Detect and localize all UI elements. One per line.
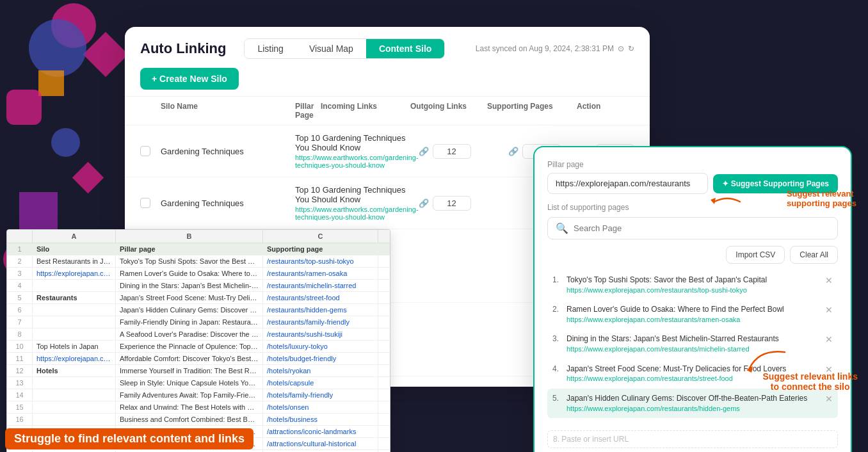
pillar-page-label: Pillar page [547, 160, 838, 169]
item-num: 2. [552, 304, 563, 315]
spreadsheet-row: 4 Dining in the Stars: Japan's Best Mich… [7, 280, 390, 292]
spreadsheet-row: 12 Hotels Immerse Yourself in Tradition:… [7, 365, 390, 377]
cell-silo: Silo [33, 243, 116, 255]
refresh-icon[interactable]: ↻ [628, 44, 634, 53]
col-c: B [116, 230, 263, 243]
item-url: https://www.explorejapan.com/restaurants… [567, 344, 821, 354]
pillar-title: Top 10 Gardening Techniques You Should K… [295, 133, 419, 152]
spreadsheet: A B C 1 Silo Pillar page Supporting page… [6, 229, 390, 452]
item-content: Ramen Lover's Guide to Osaka: Where to F… [567, 304, 821, 325]
link-icon: 🔗 [419, 147, 429, 156]
paste-url-field[interactable]: 8. Paste or insert URL [547, 430, 838, 448]
item-url: https://www.explorejapan.com/restaurants… [567, 404, 821, 414]
row-checkbox[interactable] [140, 146, 150, 156]
import-csv-btn[interactable]: Import CSV [726, 246, 785, 264]
list-item-highlighted: 5. Japan's Hidden Culinary Gems: Discove… [547, 389, 838, 418]
remove-item-btn[interactable]: ✕ [825, 304, 833, 317]
item-title: Tokyo's Top Sushi Spots: Savor the Best … [567, 275, 821, 286]
spreadsheet-row: 16 Business and Comfort Combined: Best B… [7, 414, 390, 426]
pillar-cell: Top 10 Gardening Techniques You Should K… [295, 133, 419, 169]
list-item: 6. Family-Friendly Dining in Japan: Rest… [547, 418, 838, 424]
row-num: 1 [7, 243, 33, 255]
col-b: A [33, 230, 116, 243]
list-item: 2. Ramen Lover's Guide to Osaka: Where t… [547, 300, 838, 329]
item-content: Tokyo's Top Sushi Spots: Savor the Best … [567, 275, 821, 295]
tab-group: Listing Visual Map Content Silo [244, 38, 445, 59]
remove-item-btn[interactable]: ✕ [825, 393, 833, 406]
spreadsheet-row: 1 Silo Pillar page Supporting page [7, 243, 390, 255]
search-icon: 🔍 [556, 222, 568, 234]
spreadsheet-row: 3 https://explorejapan.com/restaurants R… [7, 268, 390, 280]
item-num: 1. [552, 275, 563, 286]
item-num: 4. [552, 364, 563, 375]
col-checkbox [140, 102, 161, 120]
search-box: 🔍 [547, 217, 838, 239]
item-num: 3. [552, 334, 563, 344]
list-item: 3. Dining in the Stars: Japan's Best Mic… [547, 329, 838, 359]
annotation-suggest-connect: Suggest relevant linksto connect the sil… [762, 371, 858, 392]
pillar-url: https://www.earthworks.com/gardening-tec… [295, 154, 419, 169]
list-item: 1. Tokyo's Top Sushi Spots: Savor the Be… [547, 270, 838, 300]
col-d: C [263, 230, 378, 243]
spreadsheet-row: 11 https://explorejapan.com/hotels Affor… [7, 353, 390, 365]
cell-pillar: Pillar page [116, 243, 263, 255]
link-icon: 🔗 [419, 198, 429, 208]
item-num: 6. [552, 423, 563, 424]
remove-item-btn[interactable]: ✕ [825, 334, 833, 346]
incoming-links-cell: 🔗 12 [419, 144, 508, 159]
col-supporting-pages: Supporting Pages [487, 102, 577, 120]
remove-item-btn[interactable]: ✕ [825, 275, 833, 287]
col-outgoing-links: Outgoing Links [410, 102, 487, 120]
spreadsheet-row: 15 Relax and Unwind: The Best Hotels wit… [7, 401, 390, 414]
tab-visual-map[interactable]: Visual Map [296, 39, 366, 58]
create-new-silo-button[interactable]: + Create New Silo [140, 68, 239, 90]
table-header: Silo Name Pillar Page Incoming Links Out… [125, 96, 650, 125]
spreadsheet-row: 2 Best Restaurants in Japan Tokyo's Top … [7, 255, 390, 268]
row-checkbox[interactable] [140, 198, 150, 208]
col-silo-name: Silo Name [161, 102, 295, 120]
pillar-url-display: https://explorejapan.com/restaurants [547, 173, 708, 194]
spreadsheet-row: 14 Family Adventures Await: Top Family-F… [7, 389, 390, 401]
item-url: https://www.explorejapan.com/restaurants… [567, 315, 821, 325]
incoming-count: 12 [433, 196, 471, 211]
col-action: Action [577, 102, 634, 120]
header: Auto Linking Listing Visual Map Content … [125, 27, 650, 59]
incoming-count: 12 [433, 144, 471, 159]
search-input[interactable] [574, 223, 830, 233]
item-title: Dining in the Stars: Japan's Best Michel… [567, 334, 821, 344]
pillar-url: https://www.earthworks.com/gardening-tec… [295, 206, 419, 221]
help-icon: ⊙ [618, 44, 624, 53]
sync-text: Last synced on Aug 9, 2024, 2:38:31 PM [476, 44, 614, 53]
spreadsheet-header: A B C [7, 230, 390, 243]
item-content: Dining in the Stars: Japan's Best Michel… [567, 334, 821, 354]
col-pillar-page: Pillar Page [295, 102, 321, 120]
spreadsheet-row: 5 Restaurants Japan's Street Food Scene:… [7, 292, 390, 304]
incoming-links-cell: 🔗 12 [419, 196, 508, 211]
spreadsheet-row: 8 A Seafood Lover's Paradise: Discover t… [7, 328, 390, 341]
silo-name: Gardening Techniques [161, 198, 295, 208]
item-title: Japan's Hidden Culinary Gems: Discover O… [567, 393, 821, 404]
action-row: Import CSV Clear All [547, 246, 838, 264]
col-incoming-links: Incoming Links [321, 102, 410, 120]
struggle-text: Struggle to find relevant content and li… [5, 428, 253, 449]
annotation-suggest-supporting: Suggest relevantsupporting pages [787, 189, 856, 208]
tab-listing[interactable]: Listing [245, 39, 296, 58]
app-title: Auto Linking [140, 40, 226, 57]
spreadsheet-row: 10 Top Hotels in Japan Experience the Pi… [7, 341, 390, 353]
link-icon: 🔗 [508, 147, 518, 156]
item-num: 5. [552, 393, 563, 404]
cell-supporting: Supporting page [263, 243, 378, 255]
spreadsheet-row: 7 Family-Friendly Dining in Japan: Resta… [7, 316, 390, 328]
item-title: Ramen Lover's Guide to Osaka: Where to F… [567, 304, 821, 315]
remove-item-btn[interactable]: ✕ [825, 423, 833, 424]
tab-content-silo[interactable]: Content Silo [366, 39, 444, 58]
col-a [7, 230, 33, 243]
item-content: Family-Friendly Dining in Japan: Restaur… [567, 423, 821, 424]
pillar-title: Top 10 Gardening Techniques You Should K… [295, 185, 419, 204]
item-url: https://www.explorejapan.com/restaurants… [567, 286, 821, 295]
page-list: 1. Tokyo's Top Sushi Spots: Savor the Be… [547, 270, 838, 424]
silo-name: Gardening Techniques [161, 147, 295, 156]
pillar-cell: Top 10 Gardening Techniques You Should K… [295, 185, 419, 221]
clear-all-btn[interactable]: Clear All [790, 246, 838, 264]
spreadsheet-row: 6 Japan's Hidden Culinary Gems: Discover… [7, 304, 390, 316]
